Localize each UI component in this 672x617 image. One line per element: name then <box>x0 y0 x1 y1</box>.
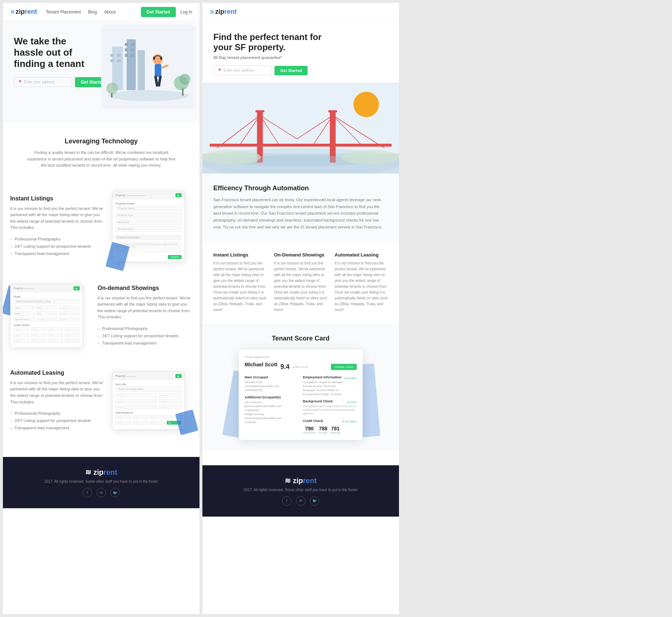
address-input-2[interactable]: 📍 Enter your address <box>213 65 272 75</box>
nav-blog[interactable]: Blog <box>88 9 97 15</box>
instant-listings-desc: It is our mission to find you the perfec… <box>10 206 105 231</box>
verified-badge: ● Verified <box>344 377 357 380</box>
mock-screen-3: Property ———— ▶ Visit URL Private Showin… <box>112 371 185 430</box>
instant-listings-section: Instant Listings It is our mission to fi… <box>3 180 199 273</box>
bridge-illustration <box>202 83 399 174</box>
leveraging-section: Leveraging Technology Finding a quality … <box>3 123 199 180</box>
main-occupant-name: Michael Scott <box>245 381 299 384</box>
svg-rect-8 <box>125 48 128 51</box>
employment-length-row: Employment Length: 12 years <box>303 393 357 396</box>
instant-listings-text: Instant Listings It is our mission to fi… <box>10 195 105 257</box>
email-icon-2[interactable]: ✉ <box>296 496 305 506</box>
mock-screen-2: Property ———— ▶ Email Zillow Network/Hot… <box>10 284 83 348</box>
pin-icon-2: 📍 <box>217 68 222 72</box>
feature-item: Professional Photography <box>10 235 105 243</box>
score-card-section: Tenant Score Card Tenant Applications Mi… <box>202 324 399 450</box>
ondemand-title: On-demand Showings <box>98 285 192 291</box>
score-card-header: Tenant Applications <box>245 355 357 359</box>
col-showings-text: It is our mission to find you the perfec… <box>274 260 328 313</box>
facebook-icon-2[interactable]: f <box>282 496 292 506</box>
col-leasing-text: It is our mission to find you the perfec… <box>335 260 388 313</box>
occupation-row: Occupation: Regional Manager <box>303 381 357 384</box>
twitter-icon[interactable]: 🐦 <box>110 488 120 497</box>
score-card: Tenant Applications Michael Scott 9.4 te… <box>239 350 363 439</box>
footer-copyright-2: 2017. All rights reserved. Some other st… <box>210 488 392 492</box>
transunion-value: 790 <box>303 426 316 431</box>
nav-bar-2: ≋ ziprent <box>202 3 399 21</box>
background-status: ● Clear <box>347 401 357 404</box>
equifax-value: 788 <box>319 426 327 431</box>
address-input-1[interactable]: 📍 Enter your address <box>14 77 72 87</box>
svg-rect-16 <box>155 64 161 77</box>
efficiency-desc: San Francisco tenant placement can be tr… <box>213 196 388 230</box>
footer-2: ≋ ziprent 2017. All rights reserved. Som… <box>202 465 399 517</box>
svg-rect-41 <box>210 144 392 147</box>
additional-occupants-label: Additional Occupant(s) <box>245 395 299 399</box>
feature-item: Professional Photography <box>10 410 105 417</box>
main-occupant-phone: 14350455766 <box>245 389 299 392</box>
score-grid: Main Occupant Michael Scott mscott@dunde… <box>245 375 357 434</box>
occ1-email: jlevinson@dundermifflin.com <box>245 405 299 408</box>
occ3: Dwight Schrute <box>245 413 299 416</box>
ondemand-img: Property ———— ▶ Email Zillow Network/Hot… <box>10 284 90 348</box>
nav-tenant-placement[interactable]: Tenant Placement <box>46 9 81 15</box>
twitter-icon-2[interactable]: 🐦 <box>310 496 319 506</box>
logo-2[interactable]: ≋ ziprent <box>210 8 237 16</box>
footer-1: ≋ ziprent 2017. All rights reserved. Som… <box>3 457 199 508</box>
svg-rect-42 <box>256 110 264 112</box>
address-placeholder-2: Enter your address <box>224 68 254 72</box>
svg-rect-3 <box>110 59 114 62</box>
svg-point-45 <box>202 150 261 164</box>
address-input-row-2: 📍 Enter your address Get Started <box>213 65 388 75</box>
feature-item: 24/7 Listing support for prospective ten… <box>10 417 105 424</box>
pin-icon-1: 📍 <box>18 80 22 84</box>
col-instant-title: Instant Listings <box>213 252 267 258</box>
blue-deco-3 <box>175 410 198 435</box>
logo-icon-1: ≋ <box>10 8 15 15</box>
automated-text: Automated Leasing It is our mission to f… <box>10 370 105 431</box>
main-occupant-label: Main Occupant <box>245 375 299 379</box>
automated-section: Automated Leasing It is our mission to f… <box>3 359 199 442</box>
footer-logo-2: ≋ ziprent <box>210 476 392 485</box>
feature-item: 24/7 Listing support for prospective ten… <box>98 332 192 339</box>
svg-rect-12 <box>131 54 134 57</box>
facebook-icon[interactable]: f <box>83 488 92 497</box>
page-2: ≋ ziprent Find the perfect tenant for yo… <box>202 3 399 614</box>
feature-item: Professional Photography <box>98 325 192 332</box>
occupant-col: Main Occupant Michael Scott mscott@dunde… <box>245 375 299 434</box>
nav-login-1[interactable]: Log in <box>180 9 192 15</box>
verify-lease-button[interactable]: Veritate Lease <box>331 364 357 370</box>
col-showings-title: On-Demand Showings <box>274 252 328 258</box>
tenant-name: Michael Scott <box>245 362 277 367</box>
transunion-score: 790 TransUnion <box>303 426 316 434</box>
tenant-score: 9.4 <box>280 363 289 371</box>
automated-features: Professional Photography 24/7 Listing su… <box>10 410 105 431</box>
credit-scores-row: 790 TransUnion 788 Equifax 791 Experian <box>303 426 357 434</box>
background-text: This applicant has a clean record. There… <box>303 405 357 415</box>
feature-item: 24/7 Listing support for prospective ten… <box>10 243 105 250</box>
svg-rect-11 <box>131 48 134 51</box>
page-1: ≋ ziprent Tenant Placement Blog About Ge… <box>3 3 199 614</box>
hero-cta-button-2[interactable]: Get Started <box>274 66 308 75</box>
email-icon[interactable]: ✉ <box>96 488 106 497</box>
leveraging-desc: Finding a quality tenant in the can be d… <box>25 150 178 169</box>
col-instant-text: It is our mission to find you the perfec… <box>213 260 267 313</box>
occ4: 1234/fsfs <box>245 421 299 424</box>
transunion-label: TransUnion <box>303 431 316 434</box>
experian-score: 791 Experian <box>330 426 340 434</box>
nav-cta-button-1[interactable]: Get Started <box>141 7 176 17</box>
score-card-title: Tenant Score Card <box>213 335 388 342</box>
instant-listings-img: Property ———————— ▶ Property Details Pro… <box>112 191 192 262</box>
experian-value: 791 <box>330 426 340 431</box>
logo-text-2: ziprent <box>215 8 237 16</box>
nav-about[interactable]: About <box>104 9 115 15</box>
guarantee-text: 30 Day tenant placement guarantee* <box>213 55 388 60</box>
footer-social-1: f ✉ 🐦 <box>10 488 192 497</box>
hero-section-1: We take the hassle out of finding a tena… <box>3 21 199 123</box>
ondemand-desc: It is our mission to find you the perfec… <box>98 295 192 321</box>
svg-rect-24 <box>182 88 183 96</box>
experian-label: Experian <box>330 431 340 434</box>
logo-1[interactable]: ≋ ziprent <box>10 8 37 16</box>
svg-rect-26 <box>111 93 112 97</box>
automated-desc: It is our mission to find you the perfec… <box>10 380 105 405</box>
